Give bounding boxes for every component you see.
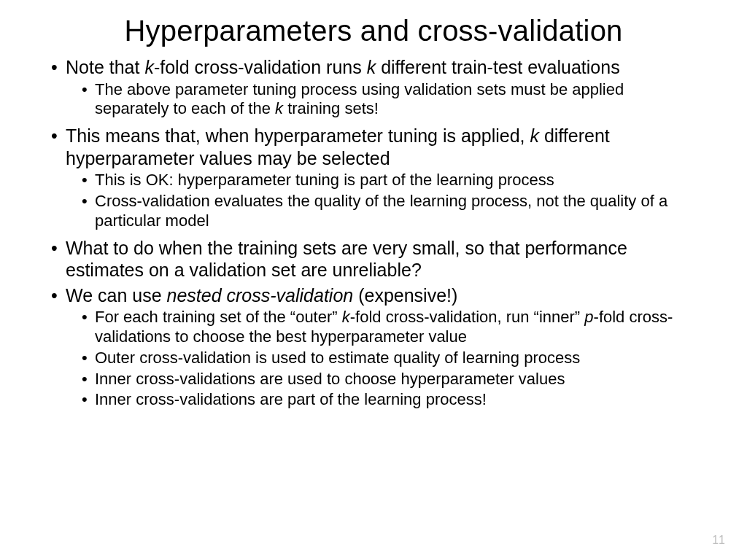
text: For each training set of the “outer” bbox=[95, 308, 342, 326]
bullet-4: We can use nested cross-validation (expe… bbox=[51, 284, 696, 411]
italic-k: k bbox=[275, 99, 283, 117]
slide-title: Hyperparameters and cross-validation bbox=[51, 15, 696, 47]
bullet-list: Note that k-fold cross-validation runs k… bbox=[51, 56, 696, 410]
page-number: 11 bbox=[712, 534, 725, 547]
sub-bullet: This is OK: hyperparameter tuning is par… bbox=[82, 171, 696, 190]
sub-list: The above parameter tuning process using… bbox=[66, 80, 696, 120]
sub-list: For each training set of the “outer” k-f… bbox=[66, 308, 696, 410]
text: -fold cross-validation runs bbox=[154, 57, 367, 77]
italic-k: k bbox=[530, 125, 539, 146]
text: (expensive!) bbox=[353, 285, 457, 306]
italic-k: k bbox=[144, 57, 154, 77]
text: training sets! bbox=[283, 99, 379, 117]
italic-nested: nested cross-validation bbox=[167, 285, 354, 306]
text: -fold cross-validation, run “inner” bbox=[350, 308, 585, 326]
sub-bullet: The above parameter tuning process using… bbox=[82, 80, 696, 120]
bullet-2: This means that, when hyperparameter tun… bbox=[51, 125, 696, 230]
sub-bullet: Inner cross-validations are used to choo… bbox=[82, 370, 696, 389]
italic-k: k bbox=[367, 57, 376, 77]
sub-bullet: For each training set of the “outer” k-f… bbox=[82, 308, 696, 347]
sub-bullet: Inner cross-validations are part of the … bbox=[82, 390, 696, 410]
text: This means that, when hyperparameter tun… bbox=[66, 125, 530, 146]
bullet-1: Note that k-fold cross-validation runs k… bbox=[51, 56, 696, 119]
text: different train-test evaluations bbox=[376, 57, 619, 77]
sub-bullet: Cross-validation evaluates the quality o… bbox=[82, 192, 696, 231]
text: Note that bbox=[66, 57, 144, 77]
sub-bullet: Outer cross-validation is used to estima… bbox=[82, 349, 696, 368]
italic-k: k bbox=[342, 308, 350, 326]
slide: Hyperparameters and cross-validation Not… bbox=[0, 0, 747, 560]
italic-p: p bbox=[584, 308, 593, 326]
bullet-3: What to do when the training sets are ve… bbox=[51, 237, 696, 281]
text: We can use bbox=[66, 285, 167, 306]
sub-list: This is OK: hyperparameter tuning is par… bbox=[66, 171, 696, 230]
